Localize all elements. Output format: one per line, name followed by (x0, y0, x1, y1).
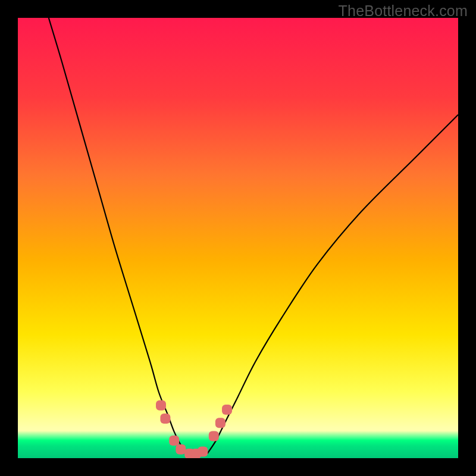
marker-point (169, 436, 179, 446)
right-branch-path (207, 115, 458, 454)
left-branch-path (49, 18, 187, 454)
marker-point (215, 418, 226, 428)
marker-point (209, 431, 219, 441)
marker-point (156, 400, 166, 411)
marker-point (160, 414, 170, 424)
marker-point (222, 405, 232, 415)
curves-layer (18, 18, 458, 458)
markers-group (156, 400, 232, 458)
chart-frame: TheBottleneck.com (0, 0, 476, 476)
plot-area (18, 18, 458, 458)
watermark-label: TheBottleneck.com (339, 2, 468, 20)
marker-point (176, 444, 186, 455)
right-branch-curve (207, 115, 458, 454)
marker-point (198, 446, 208, 456)
left-branch-curve (49, 18, 187, 454)
